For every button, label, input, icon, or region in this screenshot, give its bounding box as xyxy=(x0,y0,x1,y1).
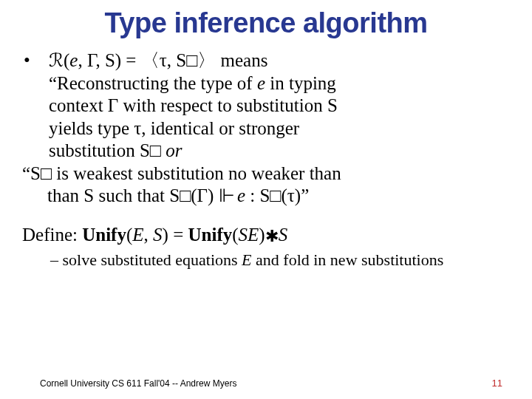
dash-marker: – xyxy=(50,250,63,269)
bullet-text: ℛ(e, Γ, S) = 〈τ, S□〉 means “Reconstructi… xyxy=(49,50,510,163)
slide-title: Type inference algorithm xyxy=(22,7,510,39)
text-fragment: substitution S□ xyxy=(49,140,166,160)
text-emph: or xyxy=(166,140,182,160)
text-fragment: and fold in new substitutions xyxy=(252,250,444,269)
sub-bullet: – solve substituted equations E and fold… xyxy=(22,250,510,270)
text-emph: SE xyxy=(239,225,259,245)
text-fragment: Define: xyxy=(22,225,82,245)
slide: Type inference algorithm • ℛ(e, Γ, S) = … xyxy=(0,0,532,399)
text-fragment: yields type τ, identical or stronger xyxy=(49,118,299,138)
slide-body: • ℛ(e, Γ, S) = 〈τ, S□〉 means “Reconstruc… xyxy=(22,50,510,270)
text-fragment: in typing xyxy=(265,73,336,93)
text-emph: e xyxy=(69,50,78,70)
text-fragment: than S such that xyxy=(47,185,169,205)
text-emph: e xyxy=(233,185,245,205)
compose-symbol: ✱ xyxy=(265,227,279,245)
text-bold: Unify xyxy=(82,225,126,245)
text-indent: than S such that S□(Γ) ⊩ e : S□(τ)” xyxy=(22,185,309,205)
bullet-continuation: “S□ is weakest substitution no weaker th… xyxy=(22,163,510,208)
text-fragment: “S□ is weakest substitution no weaker th… xyxy=(22,163,341,183)
text-emph: S xyxy=(279,225,288,245)
text-emph: E xyxy=(242,250,251,269)
text-fragment: ℛ( xyxy=(49,50,69,70)
bullet-item: • ℛ(e, Γ, S) = 〈τ, S□〉 means “Reconstruc… xyxy=(22,50,510,163)
text-fragment: S□(Γ) xyxy=(169,185,218,205)
text-emph: E xyxy=(132,225,143,245)
text-fragment: ” xyxy=(301,185,309,205)
define-line: Define: Unify(E, S) = Unify(SE)✱S xyxy=(22,224,510,247)
footer: Cornell University CS 611 Fall'04 -- And… xyxy=(0,378,532,389)
text-fragment: : S□(τ) xyxy=(245,185,301,205)
text-fragment: , xyxy=(144,225,154,245)
text-fragment: “Reconstructing the type of xyxy=(49,73,257,93)
page-number: 11 xyxy=(492,378,502,389)
text-fragment: solve substituted equations xyxy=(63,250,242,269)
text-fragment: , Γ, S) = 〈τ, S□〉 means xyxy=(78,50,267,70)
bullet-marker: • xyxy=(22,50,49,163)
text-fragment: context Γ with respect to substitution S xyxy=(49,95,338,115)
text-bold: Unify xyxy=(188,225,233,245)
text-fragment: ( xyxy=(232,225,238,245)
text-emph: e xyxy=(257,73,265,93)
text-emph: S xyxy=(153,225,163,245)
text-fragment: ) = xyxy=(163,225,188,245)
footer-attribution: Cornell University CS 611 Fall'04 -- And… xyxy=(40,378,236,389)
text-fragment: ) xyxy=(259,225,265,245)
turnstile-symbol: ⊩ xyxy=(219,185,233,205)
